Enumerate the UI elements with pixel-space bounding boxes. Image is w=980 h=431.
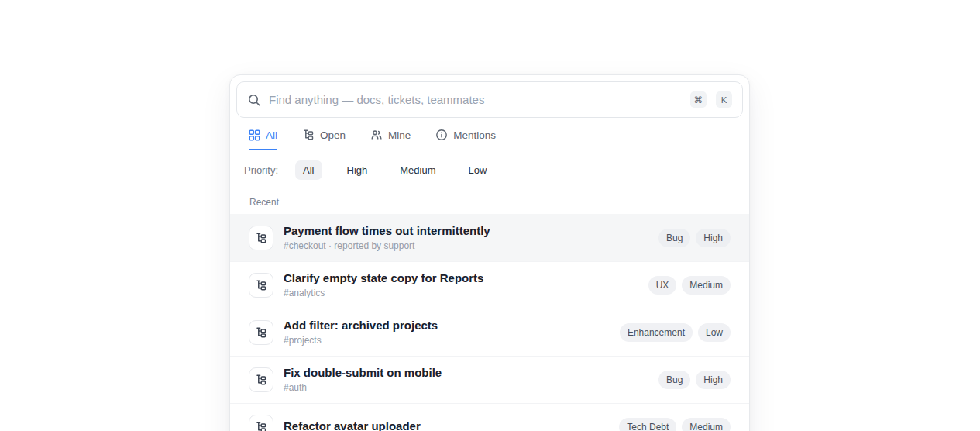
result-title: Payment flow times out intermittently bbox=[284, 224, 490, 238]
tree-icon bbox=[302, 129, 315, 141]
tab-open-label: Open bbox=[320, 129, 346, 141]
badge-ux: UX bbox=[648, 276, 677, 295]
badge-high: High bbox=[696, 229, 731, 247]
search-box[interactable]: ⌘ K bbox=[236, 81, 743, 118]
priority-option-all[interactable]: All bbox=[295, 160, 322, 180]
search-section: ⌘ K bbox=[230, 75, 749, 118]
results-list: Payment flow times out intermittently #c… bbox=[230, 214, 749, 431]
tab-all[interactable]: All bbox=[249, 129, 277, 150]
result-title: Add filter: archived projects bbox=[284, 319, 438, 333]
priority-option-low[interactable]: Low bbox=[461, 160, 495, 180]
grid-icon bbox=[249, 129, 260, 141]
badge-high: High bbox=[696, 371, 731, 389]
list-item[interactable]: Clarify empty state copy for Reports #an… bbox=[230, 261, 749, 309]
result-subtitle: #auth bbox=[284, 382, 442, 393]
tab-mentions[interactable]: Mentions bbox=[435, 129, 496, 150]
badge-tech-debt: Tech Debt bbox=[619, 418, 676, 431]
search-input[interactable] bbox=[269, 93, 683, 106]
result-title: Clarify empty state copy for Reports bbox=[284, 271, 483, 285]
result-subtitle: #checkout · reported by support bbox=[284, 240, 490, 251]
tab-all-label: All bbox=[266, 129, 277, 141]
filter-tabs: All Open Mine bbox=[230, 118, 749, 150]
priority-filter: Priority: All High Medium Low bbox=[230, 150, 749, 180]
info-icon bbox=[435, 129, 448, 141]
result-title: Refactor avatar uploader bbox=[284, 419, 421, 431]
ticket-tree-icon bbox=[249, 320, 273, 345]
badge-bug: Bug bbox=[658, 371, 690, 389]
tab-mine[interactable]: Mine bbox=[370, 129, 411, 150]
list-item[interactable]: Add filter: archived projects #projects … bbox=[230, 309, 749, 356]
list-item[interactable]: Payment flow times out intermittently #c… bbox=[230, 214, 749, 261]
users-icon bbox=[370, 129, 383, 141]
k-key-badge: K bbox=[716, 91, 732, 108]
ticket-tree-icon bbox=[249, 415, 273, 431]
result-subtitle: #projects bbox=[284, 335, 438, 346]
badge-bug: Bug bbox=[658, 229, 690, 247]
list-item[interactable]: Refactor avatar uploader Tech Debt Mediu… bbox=[230, 403, 749, 431]
ticket-tree-icon bbox=[249, 226, 273, 250]
priority-option-medium[interactable]: Medium bbox=[392, 160, 443, 180]
priority-label: Priority: bbox=[244, 164, 278, 176]
ticket-tree-icon bbox=[249, 273, 273, 298]
badge-medium: Medium bbox=[682, 418, 731, 431]
active-tab-underline bbox=[249, 149, 277, 151]
list-item[interactable]: Fix double-submit on mobile #auth Bug Hi… bbox=[230, 356, 749, 403]
tab-open[interactable]: Open bbox=[302, 129, 346, 150]
badge-enhancement: Enhancement bbox=[620, 323, 693, 342]
result-subtitle: #analytics bbox=[284, 288, 483, 298]
ticket-tree-icon bbox=[249, 367, 273, 392]
badge-medium: Medium bbox=[682, 276, 731, 295]
tab-mine-label: Mine bbox=[388, 129, 411, 141]
search-icon bbox=[247, 93, 261, 107]
tab-mentions-label: Mentions bbox=[453, 129, 496, 141]
badge-low: Low bbox=[698, 323, 731, 342]
meta-key-badge: ⌘ bbox=[690, 91, 707, 108]
recent-section-label: Recent bbox=[230, 180, 749, 214]
priority-option-high[interactable]: High bbox=[339, 160, 376, 180]
command-palette: ⌘ K All Open bbox=[229, 74, 750, 431]
result-title: Fix double-submit on mobile bbox=[284, 366, 442, 380]
